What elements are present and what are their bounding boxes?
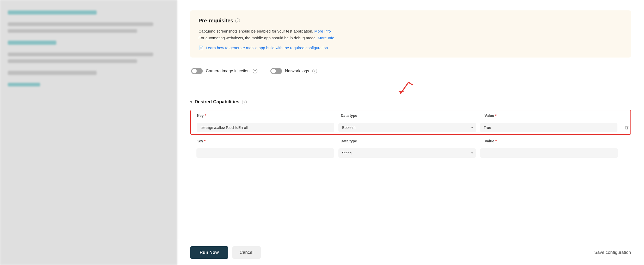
svg-line-2 <box>408 82 412 85</box>
key-required-2: * <box>204 139 206 143</box>
cap-row1-datatype-wrapper: Boolean String Integer ▾ <box>338 123 476 132</box>
desired-cap-title: Desired Capabilities <box>195 99 239 105</box>
learn-link[interactable]: 📄 Learn how to generate mobile app build… <box>199 45 623 50</box>
arrow-annotation <box>190 84 631 99</box>
learn-link-text: Learn how to generate mobile app build w… <box>206 46 328 50</box>
prereq-help-icon[interactable]: ? <box>235 18 240 23</box>
save-configuration-button[interactable]: Save configuration <box>594 246 631 259</box>
key-required: * <box>205 113 206 118</box>
prereq-title-text: Pre-requisites <box>199 18 233 24</box>
value-required: * <box>495 113 496 118</box>
value-col-header: Value * <box>482 113 626 118</box>
cap-row2-key-input[interactable] <box>196 148 334 158</box>
camera-toggle-item: Camera image injection ? <box>191 68 257 74</box>
cap-row2-datatype-wrapper: String Boolean Integer ▾ <box>338 148 476 158</box>
cap-row1-value-input[interactable] <box>480 123 617 132</box>
prereq-line1-link[interactable]: More Info <box>314 29 331 33</box>
network-toggle[interactable] <box>270 68 282 74</box>
cap-row1-delete-btn[interactable]: 🗑 <box>624 124 630 131</box>
cap-row2-datatype-select[interactable]: String Boolean Integer <box>338 148 476 158</box>
prereq-line2-text: For automating webviews, the mobile app … <box>199 36 317 40</box>
key-col-header-2: Key * <box>194 139 338 143</box>
desired-cap-header: ▾ Desired Capabilities ? <box>190 99 631 105</box>
prereq-title: Pre-requisites ? <box>199 18 623 24</box>
red-arrow-svg <box>393 81 414 97</box>
prereq-line1-text: Capturing screenshots should be enabled … <box>199 29 313 33</box>
cap-row1-value-cell <box>478 123 620 132</box>
doc-icon: 📄 <box>199 45 204 50</box>
highlighted-row-wrapper: Key * Data type Value * <box>190 110 631 135</box>
network-toggle-item: Network logs ? <box>270 68 317 74</box>
footer: Run Now Cancel Save configuration <box>177 240 644 265</box>
network-toggle-label: Network logs <box>285 69 309 73</box>
cancel-button[interactable]: Cancel <box>232 246 261 259</box>
cap-row2-key-cell <box>194 148 336 158</box>
camera-help-icon[interactable]: ? <box>253 69 257 73</box>
network-help-icon[interactable]: ? <box>312 69 317 73</box>
cap-row2-value-cell <box>478 148 620 158</box>
chevron-icon[interactable]: ▾ <box>190 100 192 104</box>
cap-row1-datatype-select[interactable]: Boolean String Integer <box>338 123 476 132</box>
left-panel <box>0 0 177 265</box>
value-required-2: * <box>495 139 497 143</box>
camera-toggle-label: Camera image injection <box>206 69 250 73</box>
prereq-text: Capturing screenshots should be enabled … <box>199 28 623 41</box>
camera-toggle[interactable] <box>191 68 203 74</box>
cap-row1-datatype-cell: Boolean String Integer ▾ <box>336 123 478 132</box>
cap-row-1: Boolean String Integer ▾ 🗑 <box>191 121 630 134</box>
content-area: Pre-requisites ? Capturing screenshots s… <box>177 0 644 240</box>
key-col-header: Key * <box>195 113 339 118</box>
svg-marker-1 <box>398 91 404 93</box>
toggle-row: Camera image injection ? Network logs ? <box>190 68 631 74</box>
cap-header-row-2: Key * Data type Value * <box>190 136 631 146</box>
prereq-section: Pre-requisites ? Capturing screenshots s… <box>190 10 631 58</box>
cap-data-row-1: Boolean String Integer ▾ <box>191 121 624 134</box>
cap-row1-key-input[interactable] <box>197 123 334 132</box>
second-row-wrapper: Key * Data type Value * <box>190 136 631 160</box>
cap-row2-datatype-cell: String Boolean Integer ▾ <box>336 148 478 158</box>
prereq-line2-link[interactable]: More Info <box>318 36 334 40</box>
capabilities-table: Key * Data type Value * <box>190 110 631 160</box>
cap-header-row-1: Key * Data type Value * <box>191 110 630 121</box>
value-col-header-2: Value * <box>483 139 627 143</box>
cap-row2-value-input[interactable] <box>480 148 618 158</box>
datatype-col-header: Data type <box>339 113 482 118</box>
cap-row1-key-cell <box>195 123 336 132</box>
cap-data-row-2: String Boolean Integer ▾ <box>190 146 624 160</box>
cap-row-2: String Boolean Integer ▾ 🗑 <box>190 146 631 160</box>
run-now-button[interactable]: Run Now <box>190 246 228 259</box>
datatype-col-header-2: Data type <box>338 139 482 143</box>
desired-cap-help-icon[interactable]: ? <box>242 100 247 104</box>
right-panel: Pre-requisites ? Capturing screenshots s… <box>177 0 644 265</box>
